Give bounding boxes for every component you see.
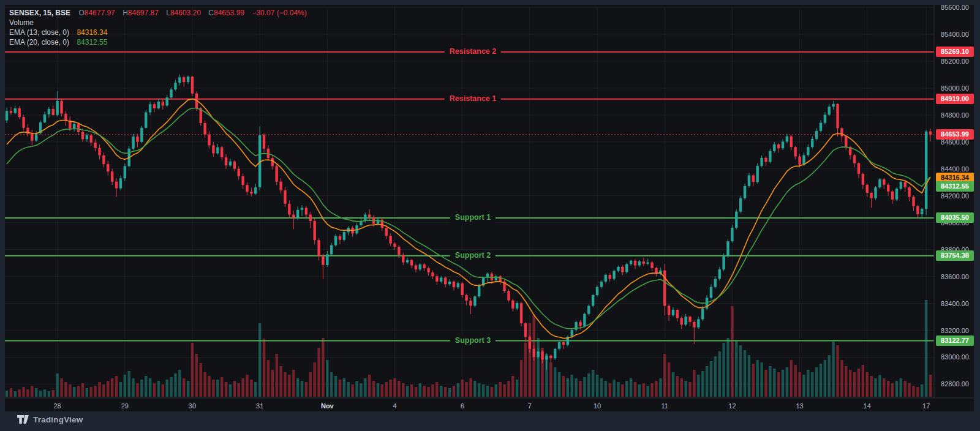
- volume-bar: [478, 383, 480, 397]
- volume-bar: [398, 381, 400, 397]
- candle-body: [722, 256, 725, 269]
- volume-bar: [836, 345, 839, 397]
- high-label: H: [123, 9, 128, 17]
- volume-bar: [26, 389, 29, 397]
- volume-bar: [726, 338, 729, 397]
- volume-bar: [777, 372, 780, 397]
- volume-bar: [904, 381, 907, 397]
- candle-body: [43, 114, 46, 122]
- volume-bar: [69, 384, 71, 397]
- level-label[interactable]: Support 1: [450, 212, 496, 223]
- candle-body: [35, 133, 37, 141]
- candle-body: [840, 128, 843, 136]
- candle-body: [760, 158, 763, 166]
- legend-ema13-row[interactable]: EMA (13, close, 0) 84316.34: [9, 28, 307, 37]
- candle-body: [246, 185, 248, 192]
- candle-body: [862, 174, 864, 185]
- candle-body: [60, 101, 62, 114]
- candle-body: [731, 228, 733, 241]
- candle-body: [516, 303, 518, 309]
- candle-body: [162, 102, 164, 106]
- candle-body: [870, 193, 872, 198]
- volume-bar: [212, 380, 214, 397]
- candle-body: [714, 279, 717, 287]
- candle-body: [643, 261, 645, 264]
- candle-body: [18, 108, 20, 117]
- volume-bar: [621, 384, 624, 397]
- volume-bar: [145, 376, 147, 397]
- candle-body: [579, 322, 581, 326]
- candle-body: [878, 179, 881, 187]
- volume-bar: [925, 300, 927, 397]
- candle-body: [385, 228, 388, 236]
- volume-bar: [567, 378, 569, 397]
- legend-symbol-row[interactable]: SENSEX, 15, BSE O84677.97 H84697.87 L846…: [9, 8, 307, 18]
- candle-body: [241, 176, 244, 185]
- volume-bar: [491, 387, 493, 397]
- volume-bar: [537, 338, 539, 397]
- candle-body: [790, 137, 793, 148]
- legend-ema20-row[interactable]: EMA (20, close, 0) 84312.55: [9, 37, 307, 47]
- time-tick-label: 7: [528, 402, 532, 410]
- candle-body: [575, 322, 577, 330]
- volume-bar: [891, 383, 894, 397]
- volume-bar: [431, 384, 434, 397]
- volume-bar: [643, 383, 645, 397]
- candle-body: [562, 342, 565, 345]
- candle-body: [605, 275, 607, 282]
- legend-volume-row[interactable]: Volume: [9, 18, 307, 28]
- candle-body: [630, 261, 632, 264]
- volume-bar: [752, 364, 755, 397]
- candle-body: [541, 351, 543, 359]
- tradingview-chart-frame: SENSEX, 15, BSE O84677.97 H84697.87 L846…: [0, 0, 980, 431]
- candle-body: [254, 187, 257, 193]
- candle-body: [453, 282, 455, 287]
- ema13-label: EMA (13, close, 0): [9, 28, 69, 37]
- candle-body: [6, 111, 8, 120]
- volume-bar: [858, 369, 860, 397]
- volume-bar: [305, 382, 307, 397]
- price-chart-canvas[interactable]: [5, 5, 974, 411]
- volume-bar: [866, 372, 869, 397]
- volume-bar: [347, 382, 350, 397]
- tradingview-logo[interactable]: TradingView: [17, 415, 83, 424]
- candle-body: [322, 256, 324, 265]
- volume-bar: [296, 378, 299, 397]
- volume-bar: [52, 390, 55, 397]
- candle-body: [309, 214, 312, 221]
- volume-bar: [482, 384, 484, 397]
- volume-bar: [238, 383, 240, 397]
- candle-body: [406, 260, 409, 263]
- volume-bar: [309, 372, 312, 397]
- volume-bar: [258, 323, 261, 397]
- candle-body: [440, 277, 442, 282]
- candle-body: [718, 269, 721, 279]
- candle-body: [617, 267, 619, 271]
- volume-bar: [360, 383, 362, 397]
- volume-bar: [473, 381, 476, 397]
- candle-body: [448, 282, 451, 284]
- volume-bar: [811, 372, 813, 397]
- candle-body: [693, 322, 695, 328]
- volume-bar: [170, 377, 172, 397]
- time-tick-label: 11: [661, 402, 668, 410]
- level-label[interactable]: Support 3: [450, 335, 496, 346]
- volume-bar: [389, 380, 391, 397]
- candle-body: [288, 204, 290, 215]
- candle-body: [149, 104, 151, 112]
- level-label[interactable]: Resistance 1: [445, 94, 501, 104]
- volume-bar: [549, 362, 552, 397]
- candle-body: [684, 317, 687, 324]
- close-value: 84653.99: [214, 9, 244, 17]
- candle-body: [187, 77, 189, 82]
- level-label[interactable]: Support 2: [450, 250, 496, 261]
- level-label[interactable]: Resistance 2: [445, 47, 501, 57]
- high-value: 84697.87: [128, 9, 159, 17]
- current-price-badge: 84653.99: [936, 129, 974, 140]
- volume-bar: [916, 387, 919, 397]
- volume-bar: [684, 381, 687, 397]
- change-value: −30.07 (−0.04%): [252, 9, 306, 17]
- volume-bar: [900, 378, 902, 397]
- candle-body: [107, 164, 109, 171]
- candle-body: [786, 137, 788, 142]
